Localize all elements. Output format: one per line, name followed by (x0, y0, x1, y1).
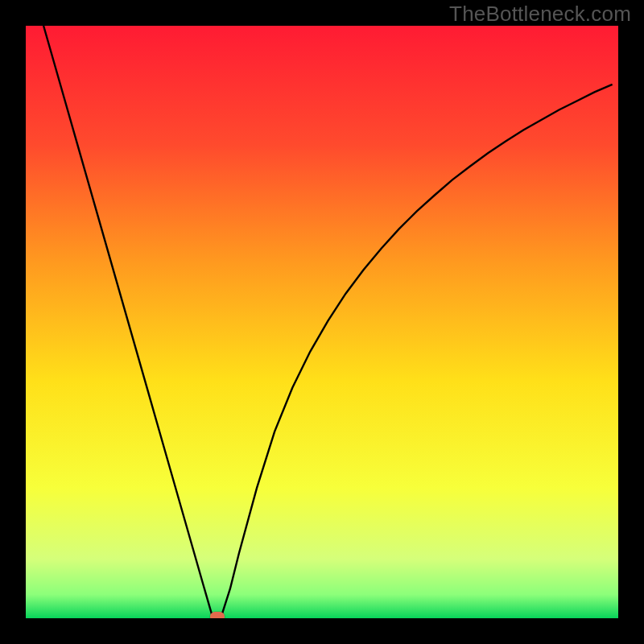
plot-area (26, 26, 618, 618)
watermark-text: TheBottleneck.com (449, 2, 631, 27)
chart-frame: TheBottleneck.com (0, 0, 644, 644)
optimal-point-marker (210, 612, 225, 618)
gradient-background (26, 26, 618, 618)
bottleneck-curve-chart (26, 26, 618, 618)
